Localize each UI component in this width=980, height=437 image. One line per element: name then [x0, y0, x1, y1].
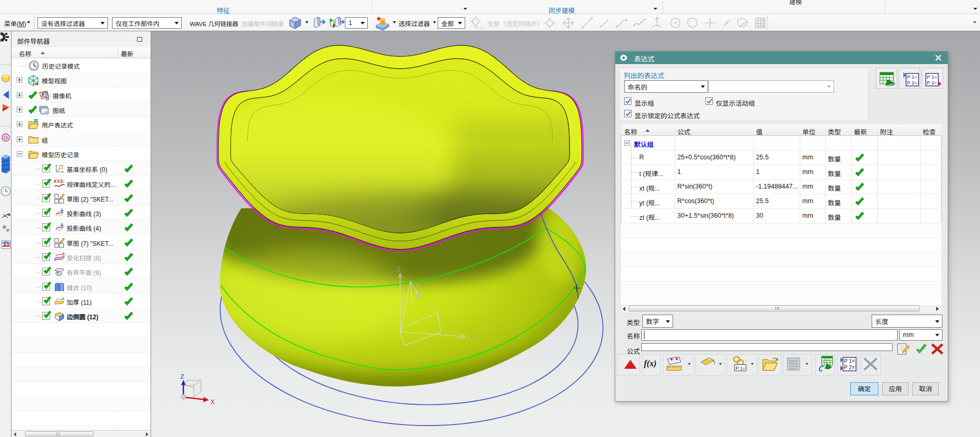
svg-text:P 2=: P 2= — [907, 80, 917, 85]
svg-text:P 1=: P 1= — [736, 366, 746, 371]
svg-text:X: X — [469, 334, 474, 341]
svg-text:Z: Z — [180, 373, 184, 380]
svg-text:Y: Y — [416, 283, 420, 289]
svg-text:P 1=: P 1= — [844, 358, 855, 364]
svg-text:X: X — [210, 398, 215, 406]
svg-text:P 1=: P 1= — [927, 74, 937, 80]
svg-text:P 2=: P 2= — [844, 365, 855, 370]
svg-text:Z: Z — [397, 266, 401, 273]
svg-text:=: = — [62, 179, 65, 184]
svg-text:P 1=: P 1= — [907, 74, 917, 80]
svg-text:P 2=: P 2= — [927, 80, 937, 85]
